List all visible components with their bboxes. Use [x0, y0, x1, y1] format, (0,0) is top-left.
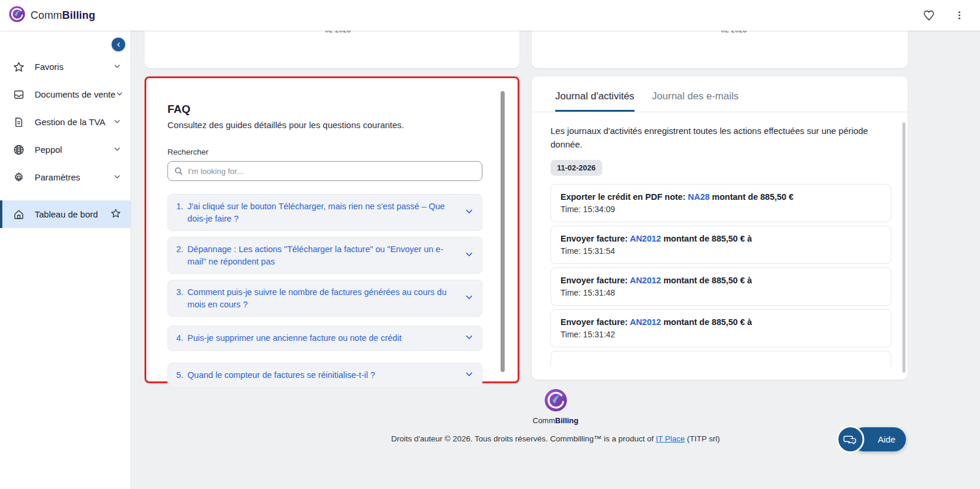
faq-item-question: Comment puis-je suivre le nombre de fact…	[187, 286, 457, 310]
faq-item-5[interactable]: 5.Quand le compteur de factures se réini…	[167, 363, 482, 388]
chevron-down-icon	[113, 117, 121, 128]
gear-icon	[13, 172, 25, 183]
faq-item-number: 2.	[176, 243, 183, 267]
help-button-label: Aide	[878, 434, 895, 444]
faq-item-number: 3.	[176, 286, 183, 310]
sidebar-item-parametres[interactable]: Paramètres	[0, 163, 130, 191]
app-window: 02-2026 02-2026 CommBilling	[0, 0, 980, 489]
sidebar-item-favoris[interactable]: Favoris	[0, 53, 130, 81]
entry-time: Time: 15:31:54	[561, 246, 881, 256]
journal-entry[interactable]: Exporter le crédit en PDF note: NA28 mon…	[551, 184, 891, 222]
chevron-down-icon[interactable]	[465, 293, 474, 304]
chevron-down-icon[interactable]	[465, 333, 474, 344]
brand-logo[interactable]: CommBilling	[8, 5, 95, 25]
tab-journal-emails[interactable]: Journal des e-mails	[652, 91, 739, 112]
entry-action: Envoyer facture:	[561, 234, 630, 243]
sidebar-item-gestion-tva[interactable]: Gestion de la TVA	[0, 108, 130, 136]
journal-description: Les journaux d'activités enregistrent to…	[551, 124, 885, 152]
entry-action: Envoyer facture:	[561, 317, 630, 327]
faq-item-1[interactable]: 1.J'ai cliqué sur le bouton Télécharger,…	[167, 194, 482, 231]
top-header: CommBilling	[0, 0, 980, 31]
faq-scrollbar[interactable]	[501, 91, 505, 372]
faq-item-question: Dépannage : Les actions "Télécharger la …	[187, 243, 457, 267]
kebab-menu-icon[interactable]	[952, 8, 967, 23]
journal-entry[interactable]: Envoyer facture: AN2012 montant de 885,5…	[551, 267, 891, 306]
faq-search-label: Rechercher	[167, 148, 482, 156]
favorite-heart-icon[interactable]	[921, 8, 937, 23]
it-place-link[interactable]: IT Place	[656, 434, 684, 443]
chevron-down-icon[interactable]	[465, 250, 474, 261]
sidebar-item-tableau-de-bord[interactable]: Tableau de bord	[0, 200, 130, 228]
entry-document-ref[interactable]: AN2012	[630, 234, 661, 243]
entry-amount: montant de 885,50 € à	[661, 317, 752, 327]
entry-action: Exporter le crédit en PDF note:	[561, 192, 688, 202]
sidebar-item-label: Paramètres	[35, 172, 113, 182]
brand-name: CommBilling	[31, 9, 95, 22]
faq-search-box[interactable]	[167, 161, 482, 181]
sidebar-item-label: Peppol	[35, 145, 113, 155]
entry-time: Time: 15:34:09	[561, 205, 881, 214]
sidebar-collapse-button[interactable]	[112, 38, 125, 51]
entry-time: Time: 15:31:48	[561, 288, 881, 297]
journal-scrollbar[interactable]	[902, 122, 905, 373]
chevron-down-icon	[113, 172, 121, 183]
faq-item-question: J'ai cliqué sur le bouton Télécharger, m…	[187, 200, 457, 225]
chevron-down-icon	[113, 145, 121, 155]
help-button[interactable]: Aide	[852, 427, 906, 451]
sidebar-item-peppol[interactable]: Peppol	[0, 136, 130, 163]
journal-entry[interactable]: Envoyer facture: AN2012 montant de 885,5…	[551, 309, 891, 347]
footer-logo-icon	[543, 388, 568, 415]
entry-time: Time: 15:31:42	[561, 330, 881, 339]
journal-entry[interactable]: Envoyer facture: AN2012 montant de 885,5…	[551, 226, 891, 264]
document-icon	[13, 116, 25, 128]
commbilling-logo-icon	[8, 5, 26, 25]
entry-amount: montant de 885,50 € à	[661, 234, 752, 243]
entry-document-ref[interactable]: NA28	[688, 192, 710, 202]
entry-action: Envoyer facture:	[561, 276, 630, 285]
inbox-icon	[13, 89, 25, 101]
journal-tabs: Journal d'activités Journal des e-mails	[532, 76, 908, 112]
sidebar-item-label: Gestion de la TVA	[35, 117, 113, 127]
chevron-down-icon[interactable]	[465, 370, 474, 381]
sidebar-item-label: Favoris	[35, 62, 113, 72]
faq-item-question: Quand le compteur de factures se réiniti…	[187, 369, 375, 381]
search-icon	[174, 166, 183, 176]
entry-document-ref[interactable]: AN2012	[630, 317, 661, 327]
faq-item-4[interactable]: 4.Puis-je supprimer une ancienne facture…	[167, 326, 482, 351]
faq-item-2[interactable]: 2.Dépannage : Les actions "Télécharger l…	[167, 237, 482, 274]
faq-subtitle: Consultez des guides détaillés pour les …	[167, 120, 482, 130]
faq-item-number: 5.	[176, 369, 183, 381]
faq-card-highlighted: FAQ Consultez des guides détaillés pour …	[145, 76, 519, 383]
faq-item-3[interactable]: 3.Comment puis-je suivre le nombre de fa…	[167, 280, 482, 317]
chevron-down-icon	[116, 89, 123, 100]
footer-brand-name: CommBilling	[131, 416, 980, 425]
star-icon	[13, 61, 25, 73]
faq-search-input[interactable]	[188, 167, 476, 176]
chevron-down-icon[interactable]	[465, 207, 474, 218]
favorite-star-icon[interactable]	[110, 208, 121, 221]
entry-amount: montant de 885,50 € à	[661, 276, 752, 285]
sidebar-item-label: Tableau de bord	[35, 209, 110, 219]
journal-card: Journal d'activités Journal des e-mails …	[532, 76, 908, 380]
sidebar-item-label: Documents de vente	[35, 89, 116, 99]
home-icon	[13, 209, 25, 220]
globe-icon	[13, 144, 25, 156]
entry-amount: montant de 885,50 €	[710, 192, 794, 202]
faq-item-number: 4.	[176, 332, 183, 344]
tab-journal-activites[interactable]: Journal d'activités	[555, 91, 635, 112]
faq-item-question: Puis-je supprimer une ancienne facture o…	[187, 332, 401, 344]
sidebar: Favoris Documents de vente Gestion de la	[0, 31, 131, 489]
date-badge: 11-02-2026	[551, 160, 602, 176]
sidebar-item-documents-de-vente[interactable]: Documents de vente	[0, 81, 130, 108]
chevron-down-icon	[113, 62, 121, 72]
chat-bubbles-icon	[837, 426, 864, 453]
faq-title: FAQ	[167, 103, 482, 116]
journal-entry-partial[interactable]	[551, 351, 891, 367]
entry-document-ref[interactable]: AN2012	[630, 276, 661, 285]
faq-item-number: 1.	[176, 200, 183, 225]
